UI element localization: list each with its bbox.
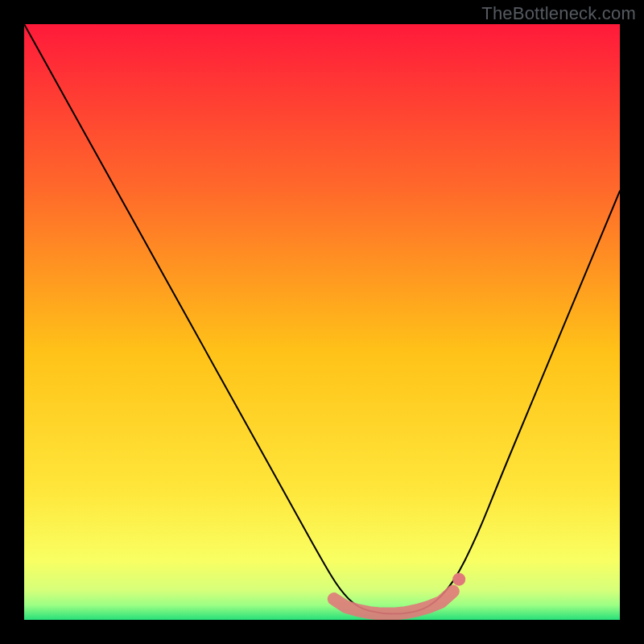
optimal-zone-end-dot <box>452 573 465 586</box>
chart-frame: TheBottleneck.com <box>0 0 644 644</box>
plot-svg <box>24 24 620 620</box>
bottleneck-plot <box>24 24 620 620</box>
gradient-background <box>24 24 620 620</box>
watermark-text: TheBottleneck.com <box>481 3 636 24</box>
